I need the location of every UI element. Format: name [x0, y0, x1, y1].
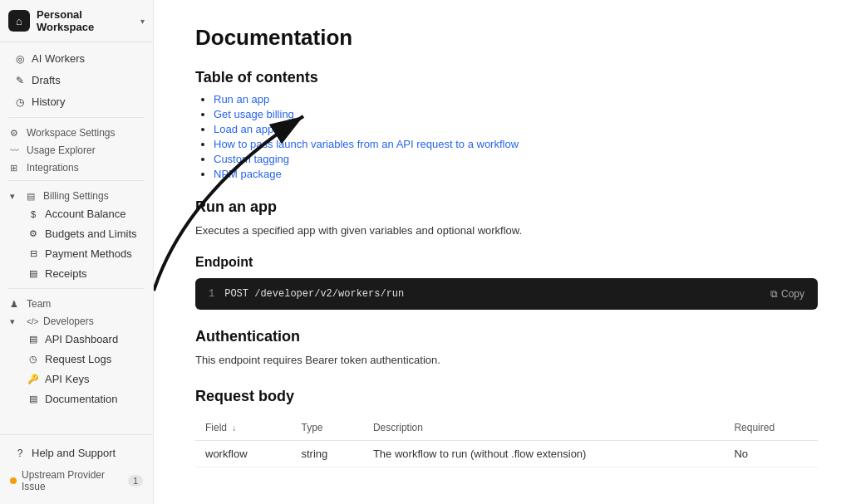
col-type: Type	[292, 415, 363, 441]
request-body-heading: Request body	[195, 388, 818, 405]
team-icon: ♟	[10, 299, 22, 310]
run-app-description: Executes a specified app with given vari…	[195, 223, 818, 240]
sidebar-item-billing-settings[interactable]: ▾ ▤ Billing Settings	[0, 186, 153, 203]
cell-description: The workflow to run (without .flow exten…	[363, 440, 724, 467]
divider-2	[8, 180, 145, 181]
sidebar-item-integrations[interactable]: ⊞ Integrations	[0, 158, 153, 175]
drafts-icon: ✎	[14, 75, 26, 86]
endpoint-code-block: 1 POST /developer/v2/workers/run ⧉ Copy	[195, 278, 818, 310]
status-dot-icon	[10, 477, 17, 484]
toc-link-custom-tagging[interactable]: Custom tagging	[214, 153, 289, 165]
toc-link-npm[interactable]: NPM package	[214, 168, 282, 180]
copy-button[interactable]: ⧉ Copy	[770, 288, 804, 300]
sidebar-item-request-logs[interactable]: ◷ Request Logs	[4, 350, 149, 369]
col-field: Field ↓	[195, 415, 292, 441]
toc-link-load-app[interactable]: Load an app	[214, 123, 273, 135]
toc-link-get-usage[interactable]: Get usage billing	[214, 108, 294, 120]
sidebar-item-ai-workers[interactable]: ◎ AI Workers	[4, 48, 149, 69]
sidebar-item-help-support[interactable]: ? Help and Support	[4, 443, 149, 463]
documentation-icon: ▤	[27, 394, 39, 404]
main-content: Documentation Table of contents Run an a…	[154, 0, 851, 504]
workspace-settings-icon: ⚙	[10, 128, 22, 139]
doc-title: Documentation	[195, 25, 818, 51]
toc-list: Run an app Get usage billing Load an app…	[195, 93, 818, 180]
workspace-header[interactable]: ⌂ Personal Workspace ▾	[0, 0, 153, 42]
cell-type: string	[292, 440, 363, 467]
toc-link-run-app[interactable]: Run an app	[214, 93, 269, 105]
request-body-table: Field ↓ Type Description Required workfl…	[195, 415, 818, 467]
toc-item-get-usage: Get usage billing	[214, 108, 818, 120]
divider-3	[8, 288, 145, 289]
table-header: Field ↓ Type Description Required	[195, 415, 818, 441]
toc-link-launch-vars[interactable]: How to pass launch variables from an API…	[214, 138, 519, 150]
sidebar-item-developers[interactable]: ▾ </> Developers	[0, 311, 153, 329]
toc-item-run-app: Run an app	[214, 93, 818, 105]
toc-item-load-app: Load an app	[214, 123, 818, 135]
sidebar-item-history[interactable]: ◷ History	[4, 91, 149, 112]
sidebar-item-drafts[interactable]: ✎ Drafts	[4, 70, 149, 91]
help-support-icon: ?	[14, 448, 26, 459]
home-icon: ⌂	[8, 10, 30, 32]
status-bar[interactable]: Upstream Provider Issue 1	[0, 464, 153, 497]
toc-item-custom-tagging: Custom tagging	[214, 153, 818, 165]
sidebar-nav: ◎ AI Workers ✎ Drafts ◷ History ⚙ Worksp…	[0, 42, 153, 434]
api-keys-icon: 🔑	[27, 374, 39, 384]
status-label: Upstream Provider Issue	[22, 469, 123, 492]
workspace-name: Personal Workspace	[37, 8, 134, 33]
table-body: workflow string The workflow to run (wit…	[195, 440, 818, 467]
cell-required: No	[724, 440, 818, 467]
table-row: workflow string The workflow to run (wit…	[195, 440, 818, 467]
account-balance-icon: $	[27, 209, 39, 219]
sidebar-item-payment-methods[interactable]: ⊟ Payment Methods	[4, 244, 149, 263]
auth-heading: Authentication	[195, 328, 818, 345]
code-line-number: 1	[209, 288, 214, 300]
developers-chevron-icon: ▾	[10, 316, 22, 327]
status-badge: 1	[128, 475, 143, 487]
toc-heading: Table of contents	[195, 69, 818, 86]
sidebar: ⌂ Personal Workspace ▾ ◎ AI Workers ✎ Dr…	[0, 0, 154, 504]
sidebar-item-workspace-settings[interactable]: ⚙ Workspace Settings	[0, 123, 153, 140]
workspace-chevron-icon: ▾	[140, 17, 145, 26]
sidebar-footer: ? Help and Support Upstream Provider Iss…	[0, 434, 153, 504]
sidebar-item-account-balance[interactable]: $ Account Balance	[4, 204, 149, 223]
request-logs-icon: ◷	[27, 354, 39, 365]
history-icon: ◷	[14, 96, 26, 108]
col-description: Description	[363, 415, 724, 441]
sidebar-item-documentation[interactable]: ▤ Documentation	[4, 389, 149, 409]
sidebar-item-team[interactable]: ♟ Team	[0, 294, 153, 311]
endpoint-heading: Endpoint	[195, 255, 818, 270]
auth-description: This endpoint requires Bearer token auth…	[195, 352, 818, 369]
col-required: Required	[724, 415, 818, 441]
toc-item-launch-vars: How to pass launch variables from an API…	[214, 138, 818, 150]
endpoint-code-text: POST /developer/v2/workers/run	[224, 288, 770, 300]
developers-icon: </>	[27, 317, 38, 326]
run-app-heading: Run an app	[195, 198, 818, 216]
budgets-icon: ⚙	[27, 228, 39, 239]
billing-settings-icon: ▤	[27, 191, 38, 202]
ai-workers-icon: ◎	[14, 53, 26, 65]
toc-item-npm: NPM package	[214, 168, 818, 180]
payment-methods-icon: ⊟	[27, 248, 39, 259]
sidebar-item-api-keys[interactable]: 🔑 API Keys	[4, 369, 149, 389]
sort-arrow-icon: ↓	[232, 423, 236, 433]
usage-explorer-icon: 〰	[10, 145, 22, 155]
divider-1	[8, 117, 145, 118]
receipts-icon: ▤	[27, 268, 39, 279]
copy-icon: ⧉	[770, 288, 778, 300]
sidebar-item-budgets-limits[interactable]: ⚙ Budgets and Limits	[4, 224, 149, 243]
billing-chevron-icon: ▾	[10, 191, 22, 202]
sidebar-item-usage-explorer[interactable]: 〰 Usage Explorer	[0, 140, 153, 158]
integrations-icon: ⊞	[10, 163, 22, 174]
api-dashboard-icon: ▤	[27, 334, 39, 345]
cell-field: workflow	[195, 440, 292, 467]
sidebar-item-receipts[interactable]: ▤ Receipts	[4, 264, 149, 283]
sidebar-item-api-dashboard[interactable]: ▤ API Dashboard	[4, 330, 149, 349]
